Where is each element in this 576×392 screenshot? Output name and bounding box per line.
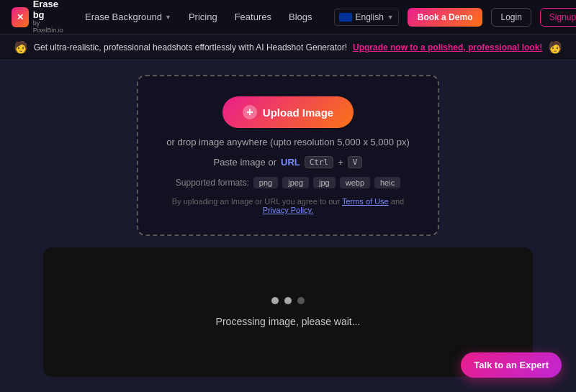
upload-dropzone[interactable]: + Upload Image or drop image anywhere (u… xyxy=(137,75,439,236)
format-jpg: jpg xyxy=(313,177,336,188)
nav-pricing[interactable]: Pricing xyxy=(184,9,222,25)
format-jpeg: jpeg xyxy=(282,177,309,188)
chevron-down-icon: ▼ xyxy=(387,14,394,21)
talk-to-expert-button[interactable]: Talk to an Expert xyxy=(461,352,562,378)
person-icon-right: 🧑 xyxy=(548,40,562,54)
format-heic: heic xyxy=(374,177,400,188)
dot-2 xyxy=(284,297,292,304)
promo-banner: 🧑 Get ultra-realistic, professional head… xyxy=(0,35,576,60)
terms-of-use-link[interactable]: Terms of Use xyxy=(342,197,389,206)
ctrl-key: Ctrl xyxy=(305,156,334,168)
drop-hint-text: or drop image anywhere (upto resolution … xyxy=(166,137,409,147)
banner-cta-link[interactable]: Upgrade now to a polished, professional … xyxy=(353,42,542,53)
book-demo-button[interactable]: Book a Demo xyxy=(408,8,483,27)
plus-separator: + xyxy=(338,157,343,168)
v-key: V xyxy=(348,156,363,168)
url-link[interactable]: URL xyxy=(281,157,300,168)
dot-3 xyxy=(297,297,305,304)
terms-text: By uploading an Image or URL you agree t… xyxy=(160,197,416,214)
nav-blogs[interactable]: Blogs xyxy=(284,9,317,25)
formats-label: Supported formats: xyxy=(176,178,249,188)
paste-url-row: Paste image or URL Ctrl + V xyxy=(214,156,363,168)
main-content: + Upload Image or drop image anywhere (u… xyxy=(0,60,576,392)
upload-image-button[interactable]: + Upload Image xyxy=(222,96,354,128)
format-webp: webp xyxy=(340,177,370,188)
format-png: png xyxy=(253,177,278,188)
dot-1 xyxy=(271,297,279,304)
signup-button[interactable]: Signup xyxy=(540,8,576,27)
formats-row: Supported formats: png jpeg jpg webp hei… xyxy=(176,177,400,188)
flag-icon xyxy=(339,13,352,22)
navbar: ✕ Erase bg by PixelBin.io Erase Backgrou… xyxy=(0,0,576,35)
privacy-policy-link[interactable]: Privacy Policy. xyxy=(263,206,314,214)
paste-label: Paste image or xyxy=(214,157,276,168)
person-icon-left: 🧑 xyxy=(14,40,28,54)
nav-erase-background[interactable]: Erase Background ▼ xyxy=(81,9,176,25)
processing-panel: Processing image, please wait... xyxy=(43,247,533,377)
loading-dots xyxy=(271,297,305,304)
language-selector[interactable]: English ▼ xyxy=(334,9,399,26)
logo-sub-text: by PixelBin.io xyxy=(33,20,66,35)
processing-text: Processing image, please wait... xyxy=(216,316,361,327)
logo-icon: ✕ xyxy=(12,7,29,27)
login-button[interactable]: Login xyxy=(491,8,531,27)
plus-icon: + xyxy=(243,105,257,119)
nav-features[interactable]: Features xyxy=(230,9,276,25)
logo-brand-name: Erase bg xyxy=(33,0,66,20)
chevron-down-icon: ▼ xyxy=(165,14,171,21)
logo[interactable]: ✕ Erase bg by PixelBin.io xyxy=(12,0,66,35)
banner-text: Get ultra-realistic, professional headsh… xyxy=(34,42,347,53)
